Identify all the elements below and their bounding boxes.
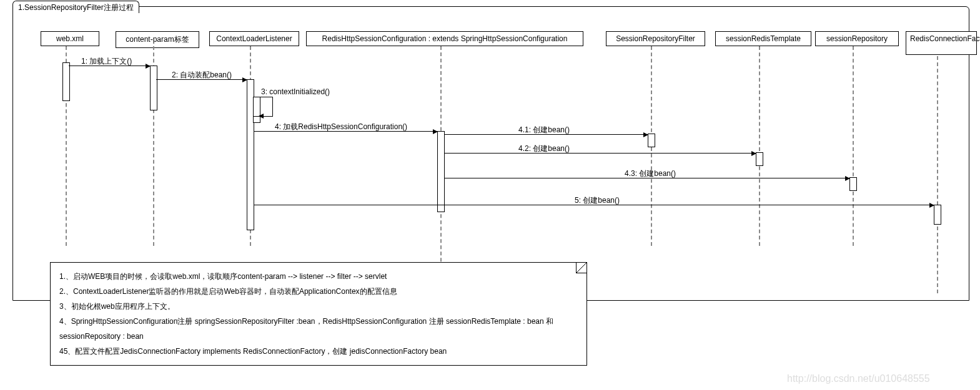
activation [62,62,70,101]
activation [648,134,655,147]
lifeline [937,56,938,293]
participant-contextloaderlistener: ContextLoaderListener [209,31,299,46]
msg-arrow [259,115,260,116]
msg-label: 3: contextInitialized() [261,87,330,96]
participant-sessionrepositoryfilter: SessionRepositoryFilter [606,31,705,46]
lifeline [759,46,760,246]
note-line: 1.、启动WEB项目的时候，会读取web.xml，读取顺序content-par… [59,269,578,284]
frame-title: 1.SessionRepositoryFilter注册过程 [12,1,139,13]
activation [934,205,941,225]
participant-sessionredistemplate: sessionRedisTemplate [715,31,811,46]
participant-content-param: content-param标签 [116,31,199,48]
sequence-diagram: 1.SessionRepositoryFilter注册过程 web.xml co… [0,0,980,390]
msg-arrow [444,134,648,135]
msg-arrow [156,79,247,80]
activation [756,152,763,166]
note-line: 45、配置文件配置JedisConnectionFactory implemen… [59,344,578,359]
activation [150,66,157,110]
participant-redishttpsessionconfiguration: RedisHttpSessionConfiguration : extends … [306,31,583,46]
lifeline [853,46,854,246]
activation [437,131,445,212]
msg-arrow [254,131,437,132]
msg-arrow [69,66,150,66]
note-line: 3、初始化根web应用程序上下文。 [59,299,578,314]
participant-redisconnectionfactory: RedisConnectionFactory [906,31,977,55]
msg-arrow [254,205,934,205]
msg-arrow [444,178,849,178]
note-fold-icon [577,263,587,273]
note-box: 1.、启动WEB项目的时候，会读取web.xml，读取顺序content-par… [50,262,587,366]
diagram-frame: 1.SessionRepositoryFilter注册过程 [12,6,969,301]
participant-webxml: web.xml [41,31,99,46]
participant-sessionrepository: sessionRepository [815,31,899,46]
watermark: http://blog.csdn.net/u010648555 [787,373,930,384]
note-line: 2.、ContextLoaderListener监听器的作用就是启动Web容器时… [59,284,578,299]
msg-arrow [444,153,756,154]
note-line: 4、SpringHttpSessionConfiguration注册 sprin… [59,314,578,344]
activation [849,177,857,191]
